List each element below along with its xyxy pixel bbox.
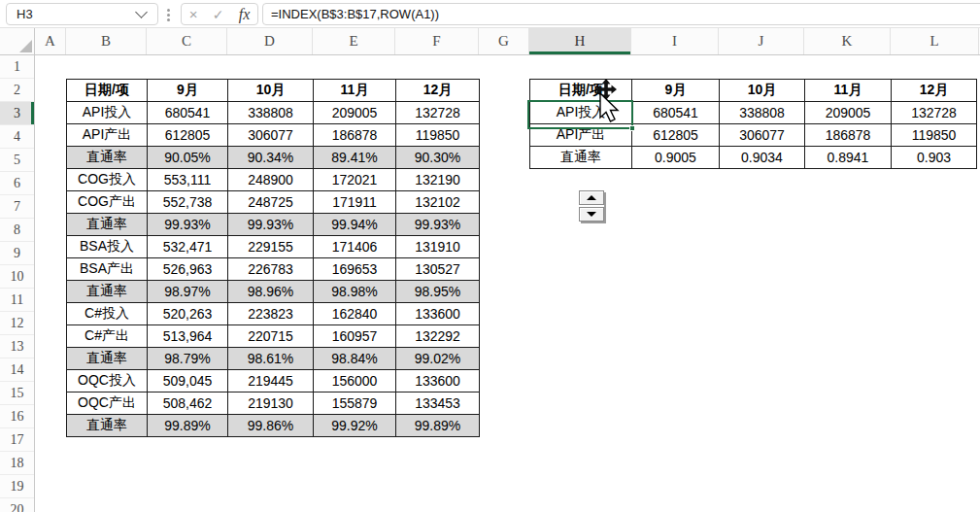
- value-cell[interactable]: 0.9005: [632, 147, 720, 169]
- header-cell[interactable]: 10月: [720, 80, 805, 102]
- value-cell[interactable]: 98.98%: [314, 281, 396, 303]
- value-cell[interactable]: 132102: [396, 191, 480, 214]
- header-cell[interactable]: 10月: [228, 80, 314, 102]
- value-cell[interactable]: 132292: [396, 325, 480, 348]
- row-label-cell[interactable]: API投入: [67, 102, 148, 124]
- value-cell[interactable]: 508,462: [148, 393, 228, 415]
- row-header[interactable]: 11: [0, 289, 34, 312]
- insert-function-icon[interactable]: fx: [239, 6, 251, 23]
- value-cell[interactable]: 133600: [396, 303, 480, 325]
- row-header[interactable]: 2: [0, 79, 34, 102]
- select-all-corner[interactable]: [0, 28, 35, 55]
- value-cell[interactable]: 160957: [314, 325, 396, 348]
- value-cell[interactable]: 223823: [228, 303, 314, 325]
- row-label-cell[interactable]: OQC投入: [67, 370, 148, 393]
- column-header[interactable]: L: [891, 28, 979, 54]
- row-label-cell[interactable]: C#投入: [67, 303, 148, 325]
- row-label-cell[interactable]: COG产出: [67, 191, 148, 214]
- value-cell[interactable]: 99.93%: [396, 214, 480, 236]
- value-cell[interactable]: 90.05%: [148, 147, 228, 169]
- value-cell[interactable]: 98.61%: [228, 348, 314, 370]
- row-header[interactable]: 17: [0, 428, 34, 452]
- row-label-cell[interactable]: C#产出: [67, 325, 148, 348]
- value-cell[interactable]: 226783: [228, 258, 314, 281]
- value-cell[interactable]: 306077: [720, 124, 805, 147]
- value-cell[interactable]: 680541: [148, 102, 228, 124]
- value-cell[interactable]: 132728: [892, 102, 977, 124]
- value-cell[interactable]: 219445: [228, 370, 314, 393]
- value-cell[interactable]: 130527: [396, 258, 480, 281]
- value-cell[interactable]: 171406: [314, 236, 396, 258]
- value-cell[interactable]: 98.95%: [396, 281, 480, 303]
- value-cell[interactable]: 119850: [892, 124, 977, 147]
- value-cell[interactable]: 248725: [228, 191, 314, 214]
- value-cell[interactable]: 98.79%: [148, 348, 228, 370]
- value-cell[interactable]: 229155: [228, 236, 314, 258]
- value-cell[interactable]: 220715: [228, 325, 314, 348]
- header-cell[interactable]: 9月: [632, 80, 720, 102]
- value-cell[interactable]: 90.34%: [228, 147, 314, 169]
- value-cell[interactable]: 155879: [314, 393, 396, 415]
- row-label-cell[interactable]: API产出: [530, 124, 632, 147]
- row-label-cell[interactable]: API产出: [67, 124, 148, 147]
- value-cell[interactable]: 99.89%: [396, 415, 480, 437]
- value-cell[interactable]: 89.41%: [314, 147, 396, 169]
- value-cell[interactable]: 612805: [148, 124, 228, 147]
- value-cell[interactable]: 306077: [228, 124, 314, 147]
- row-label-cell[interactable]: 直通率: [67, 415, 148, 437]
- value-cell[interactable]: 133453: [396, 393, 480, 415]
- row-header[interactable]: 13: [0, 335, 34, 358]
- value-cell[interactable]: 98.84%: [314, 348, 396, 370]
- value-cell[interactable]: 680541: [632, 102, 720, 124]
- column-header[interactable]: K: [804, 28, 891, 54]
- value-cell[interactable]: 513,964: [148, 325, 228, 348]
- name-box[interactable]: H3: [6, 3, 158, 25]
- row-label-cell[interactable]: 直通率: [530, 147, 632, 169]
- header-cell[interactable]: 日期/项: [530, 80, 632, 102]
- row-header[interactable]: 19: [0, 475, 34, 498]
- header-cell[interactable]: 11月: [805, 80, 892, 102]
- row-header[interactable]: 10: [0, 265, 34, 289]
- value-cell[interactable]: 0.8941: [805, 147, 892, 169]
- value-cell[interactable]: 186878: [314, 124, 396, 147]
- value-cell[interactable]: 552,738: [148, 191, 228, 214]
- row-label-cell[interactable]: API投入: [530, 102, 632, 124]
- spin-up-button[interactable]: [579, 190, 604, 205]
- row-header[interactable]: 7: [0, 195, 34, 219]
- header-cell[interactable]: 日期/项: [67, 80, 148, 102]
- cancel-icon[interactable]: ×: [189, 7, 198, 21]
- value-cell[interactable]: 90.30%: [396, 147, 480, 169]
- row-header[interactable]: 8: [0, 219, 34, 242]
- value-cell[interactable]: 509,045: [148, 370, 228, 393]
- value-cell[interactable]: 186878: [805, 124, 892, 147]
- formula-text[interactable]: =INDEX(B$3:B$17,ROW(A1)): [263, 7, 439, 21]
- value-cell[interactable]: 0.9034: [720, 147, 805, 169]
- header-cell[interactable]: 9月: [148, 80, 228, 102]
- row-label-cell[interactable]: OQC产出: [67, 393, 148, 415]
- column-header[interactable]: B: [66, 28, 147, 54]
- value-cell[interactable]: 99.93%: [148, 214, 228, 236]
- row-header[interactable]: 1: [0, 55, 34, 79]
- value-cell[interactable]: 526,963: [148, 258, 228, 281]
- value-cell[interactable]: 248900: [228, 169, 314, 191]
- row-header[interactable]: 4: [0, 125, 34, 149]
- row-label-cell[interactable]: 直通率: [67, 281, 148, 303]
- row-header[interactable]: 9: [0, 242, 34, 265]
- formula-input[interactable]: =INDEX(B$3:B$17,ROW(A1)): [262, 3, 980, 25]
- value-cell[interactable]: 133600: [396, 370, 480, 393]
- value-cell[interactable]: 99.93%: [228, 214, 314, 236]
- value-cell[interactable]: 156000: [314, 370, 396, 393]
- row-header[interactable]: 16: [0, 405, 34, 428]
- enter-icon[interactable]: ✓: [213, 8, 224, 21]
- value-cell[interactable]: 209005: [314, 102, 396, 124]
- row-header[interactable]: 12: [0, 312, 34, 335]
- header-cell[interactable]: 11月: [314, 80, 396, 102]
- row-header[interactable]: 5: [0, 149, 34, 172]
- value-cell[interactable]: 162840: [314, 303, 396, 325]
- value-cell[interactable]: 338808: [720, 102, 805, 124]
- column-header[interactable]: C: [147, 28, 227, 54]
- column-header[interactable]: I: [631, 28, 719, 54]
- column-header[interactable]: D: [227, 28, 313, 54]
- value-cell[interactable]: 99.92%: [314, 415, 396, 437]
- column-header[interactable]: H: [529, 28, 631, 54]
